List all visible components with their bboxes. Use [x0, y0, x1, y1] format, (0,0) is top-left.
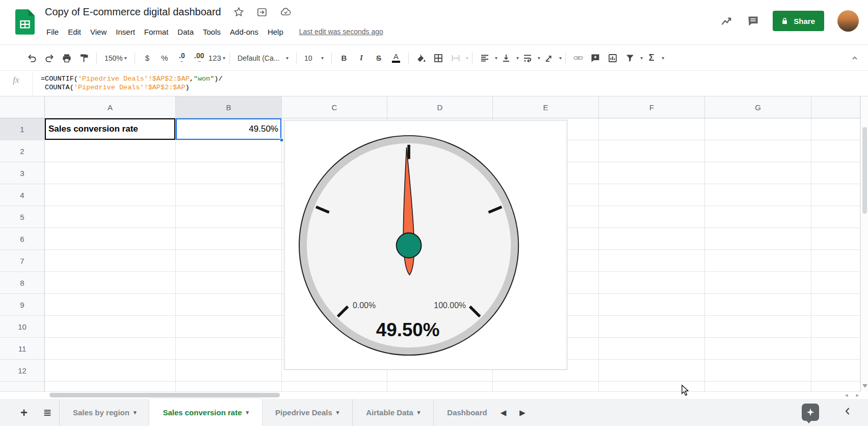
tab-menu-arrow-icon[interactable]: ▾: [246, 409, 249, 416]
star-icon[interactable]: [233, 7, 244, 17]
insert-chart-button[interactable]: [604, 49, 621, 67]
comment-history-icon[interactable]: [747, 15, 759, 28]
font-size-control[interactable]: 10▾: [300, 49, 328, 67]
row-header-6[interactable]: 6: [0, 228, 45, 250]
move-to-folder-icon[interactable]: [256, 7, 268, 18]
chevron-down-icon[interactable]: ▾: [640, 55, 643, 61]
cell-B4[interactable]: [176, 184, 282, 206]
functions-button[interactable]: Σ: [643, 49, 660, 67]
insert-link-button[interactable]: [570, 49, 586, 67]
cell-G8[interactable]: [705, 272, 811, 294]
cell-A10[interactable]: [45, 316, 176, 338]
collapse-panel-icon[interactable]: [843, 406, 853, 416]
tab-scroll-left-icon[interactable]: ◀: [501, 408, 507, 417]
row-header-10[interactable]: 10: [0, 316, 45, 338]
italic-button[interactable]: I: [353, 49, 370, 67]
vertical-scrollbar[interactable]: [860, 96, 868, 392]
cell[interactable]: [811, 140, 860, 162]
cell-G1[interactable]: [705, 118, 811, 140]
chevron-down-icon[interactable]: ▾: [516, 55, 519, 61]
cell-F6[interactable]: [599, 228, 705, 250]
tab-airtable-data[interactable]: Airtable Data▾: [352, 399, 433, 426]
cell-G12[interactable]: [705, 360, 811, 382]
scroll-left-icon[interactable]: ◂: [845, 392, 848, 398]
cell[interactable]: [811, 250, 860, 272]
chevron-down-icon[interactable]: ▾: [662, 55, 664, 61]
cell-B10[interactable]: [176, 316, 282, 338]
row-header-7[interactable]: 7: [0, 250, 45, 272]
cell-B7[interactable]: [176, 250, 282, 272]
cell-F2[interactable]: [599, 140, 705, 162]
cell-G5[interactable]: [705, 206, 811, 228]
row-header-1[interactable]: 1: [0, 118, 45, 140]
insert-comment-button[interactable]: [587, 49, 603, 67]
cell-G11[interactable]: [705, 338, 811, 360]
cell-A6[interactable]: [45, 228, 176, 250]
cell[interactable]: [811, 360, 860, 382]
increase-decimals-button[interactable]: .00→: [191, 49, 207, 67]
cell[interactable]: [176, 382, 282, 392]
cell-F11[interactable]: [599, 338, 705, 360]
merge-cells-button[interactable]: [448, 49, 464, 67]
cell[interactable]: [705, 382, 811, 392]
cell[interactable]: [282, 382, 387, 392]
horizontal-scrollbar[interactable]: ◂ ▸: [0, 392, 868, 399]
all-sheets-button[interactable]: [36, 399, 59, 426]
cell-F12[interactable]: [599, 360, 705, 382]
cell-F7[interactable]: [599, 250, 705, 272]
select-all-corner[interactable]: [0, 96, 45, 118]
format-currency-button[interactable]: $: [139, 49, 155, 67]
text-wrap-button[interactable]: [519, 49, 536, 67]
explore-button[interactable]: [802, 404, 819, 421]
cell-B2[interactable]: [176, 140, 282, 162]
last-edit-link[interactable]: Last edit was seconds ago: [299, 28, 383, 36]
cell-B3[interactable]: [176, 162, 282, 184]
cell[interactable]: [811, 294, 860, 316]
cell-A12[interactable]: [45, 360, 176, 382]
borders-button[interactable]: [430, 49, 446, 67]
cell-B11[interactable]: [176, 338, 282, 360]
row-header-5[interactable]: 5: [0, 206, 45, 228]
formula-input[interactable]: =COUNTIF('Pipedrive Deals'!$AP$2:$AP,"wo…: [33, 71, 223, 96]
row-header-9[interactable]: 9: [0, 294, 45, 316]
cell-G6[interactable]: [705, 228, 811, 250]
cell-F9[interactable]: [599, 294, 705, 316]
menu-data[interactable]: Data: [173, 26, 198, 38]
cell-A9[interactable]: [45, 294, 176, 316]
menu-addons[interactable]: Add-ons: [225, 26, 263, 38]
cell-G7[interactable]: [705, 250, 811, 272]
cell[interactable]: [493, 382, 599, 392]
fill-handle[interactable]: [280, 138, 283, 142]
menu-help[interactable]: Help: [263, 26, 288, 38]
sheets-logo-icon[interactable]: [15, 9, 35, 35]
column-header-F[interactable]: F: [599, 96, 705, 118]
menu-format[interactable]: Format: [140, 26, 173, 38]
collapse-toolbar-button[interactable]: [851, 54, 859, 62]
cell-G2[interactable]: [705, 140, 811, 162]
cell[interactable]: [811, 338, 860, 360]
cell-B9[interactable]: [176, 294, 282, 316]
zoom-control[interactable]: 150%▾: [100, 49, 131, 67]
cell[interactable]: [811, 228, 860, 250]
tab-scroll-right-icon[interactable]: ▶: [519, 408, 525, 417]
row-header-12[interactable]: 12: [0, 360, 45, 382]
text-rotation-button[interactable]: [541, 49, 557, 67]
redo-button[interactable]: [41, 49, 58, 67]
column-header-A[interactable]: A: [45, 96, 176, 118]
tab-menu-arrow-icon[interactable]: ▾: [336, 409, 339, 416]
cell-B8[interactable]: [176, 272, 282, 294]
horizontal-scrollbar-thumb[interactable]: [49, 393, 280, 397]
document-title[interactable]: Copy of E-commerce digital dashboard: [45, 6, 221, 18]
column-header-partial[interactable]: [811, 96, 860, 118]
chevron-down-icon[interactable]: ▾: [495, 55, 497, 61]
menu-view[interactable]: View: [86, 26, 111, 38]
tab-sales-conversion-rate[interactable]: Sales conversion rate▾: [149, 399, 262, 426]
chevron-down-icon[interactable]: ▾: [559, 55, 562, 61]
share-button[interactable]: Share: [773, 11, 824, 31]
cell-B1[interactable]: 49.50%: [176, 118, 282, 140]
strikethrough-button[interactable]: S: [371, 49, 387, 67]
fill-color-button[interactable]: [413, 49, 429, 67]
insights-icon[interactable]: [720, 14, 733, 28]
menu-edit[interactable]: Edit: [63, 26, 86, 38]
cell[interactable]: [811, 272, 860, 294]
